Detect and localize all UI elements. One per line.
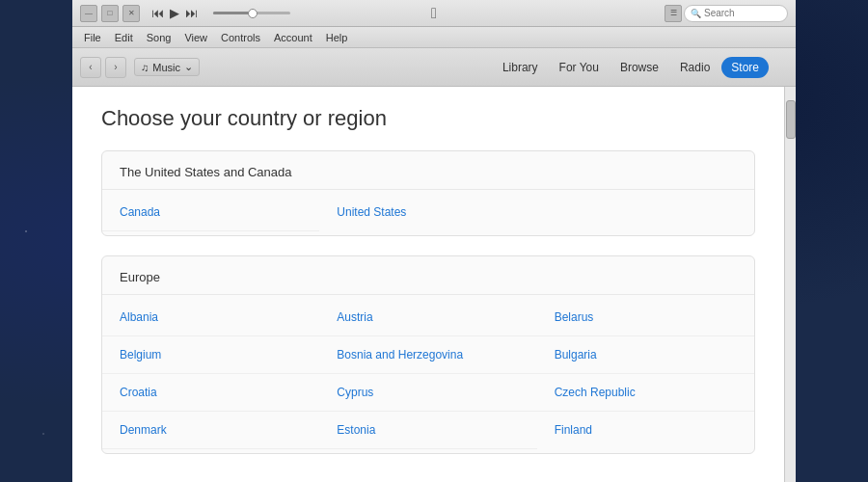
country-croatia[interactable]: Croatia bbox=[102, 374, 319, 412]
country-canada[interactable]: Canada bbox=[102, 194, 319, 231]
fast-forward-button[interactable]: ⏭ bbox=[183, 6, 200, 20]
region-us-canada-header: The United States and Canada bbox=[102, 151, 754, 190]
region-europe-header: Europe bbox=[102, 256, 754, 295]
scrollbar-thumb[interactable] bbox=[786, 100, 796, 139]
minimize-button[interactable]: — bbox=[80, 5, 97, 22]
country-austria[interactable]: Austria bbox=[319, 299, 536, 336]
tab-radio[interactable]: Radio bbox=[670, 57, 719, 78]
rewind-button[interactable]: ⏮ bbox=[149, 6, 166, 20]
main-content: Choose your country or region The United… bbox=[72, 87, 784, 482]
menu-help[interactable]: Help bbox=[320, 30, 354, 45]
europe-grid: Albania Austria Belarus Belgium Bosnia a… bbox=[102, 295, 754, 453]
list-view-button[interactable]: ☰ bbox=[665, 5, 682, 22]
source-label: Music bbox=[152, 62, 180, 73]
title-bar: — □ ✕ ⏮ ▶ ⏭  ☰ 🔍 bbox=[72, 0, 796, 27]
content-wrapper: Choose your country or region The United… bbox=[72, 87, 796, 482]
progress-thumb bbox=[248, 9, 258, 18]
country-estonia[interactable]: Estonia bbox=[319, 412, 536, 449]
tab-library[interactable]: Library bbox=[493, 57, 548, 78]
country-albania[interactable]: Albania bbox=[102, 299, 319, 336]
forward-button[interactable]: › bbox=[105, 57, 126, 78]
search-input[interactable] bbox=[704, 8, 781, 18]
nav-tabs: Library For You Browse Radio Store bbox=[493, 57, 769, 78]
country-bosnia[interactable]: Bosnia and Herzegovina bbox=[319, 336, 536, 374]
menu-song[interactable]: Song bbox=[141, 30, 177, 45]
menu-account[interactable]: Account bbox=[268, 30, 318, 45]
page-title: Choose your country or region bbox=[101, 106, 755, 131]
country-belgium[interactable]: Belgium bbox=[102, 336, 319, 374]
menu-edit[interactable]: Edit bbox=[109, 30, 139, 45]
tab-for-you[interactable]: For You bbox=[550, 57, 609, 78]
region-europe: Europe Albania Austria Belarus Belgium B… bbox=[101, 255, 755, 454]
search-icon: 🔍 bbox=[691, 9, 701, 18]
apple-logo-icon:  bbox=[431, 5, 437, 22]
search-box[interactable]: 🔍 bbox=[684, 5, 788, 22]
window-right-controls: ☰ 🔍 bbox=[665, 5, 788, 22]
tab-store[interactable]: Store bbox=[721, 57, 769, 78]
scrollbar-track bbox=[784, 87, 796, 482]
menu-controls[interactable]: Controls bbox=[215, 30, 266, 45]
country-cyprus[interactable]: Cyprus bbox=[319, 374, 536, 412]
play-button[interactable]: ▶ bbox=[168, 6, 181, 20]
close-button[interactable]: ✕ bbox=[122, 5, 140, 22]
progress-bar[interactable] bbox=[213, 12, 290, 14]
us-canada-grid: Canada United States bbox=[102, 190, 754, 235]
country-belarus[interactable]: Belarus bbox=[537, 299, 754, 336]
country-united-states[interactable]: United States bbox=[319, 194, 536, 231]
country-denmark[interactable]: Denmark bbox=[102, 412, 319, 449]
menu-file[interactable]: File bbox=[78, 30, 107, 45]
back-button[interactable]: ‹ bbox=[80, 57, 101, 78]
toolbar: ‹ › ♫ Music ⌄ Library For You Browse Rad… bbox=[72, 48, 796, 87]
country-czech-republic[interactable]: Czech Republic bbox=[537, 374, 754, 412]
window-controls: — □ ✕ bbox=[80, 5, 140, 22]
country-finland[interactable]: Finland bbox=[537, 412, 754, 449]
music-note-icon: ♫ bbox=[141, 62, 149, 73]
tab-browse[interactable]: Browse bbox=[610, 57, 668, 78]
menu-bar: File Edit Song View Controls Account Hel… bbox=[72, 27, 796, 48]
dropdown-arrow-icon: ⌄ bbox=[184, 61, 193, 73]
maximize-button[interactable]: □ bbox=[101, 5, 119, 22]
region-us-canada: The United States and Canada Canada Unit… bbox=[101, 150, 755, 236]
playback-controls: ⏮ ▶ ⏭ bbox=[149, 6, 200, 20]
country-bulgaria[interactable]: Bulgaria bbox=[537, 336, 754, 374]
itunes-window: — □ ✕ ⏮ ▶ ⏭  ☰ 🔍 File Edit Song bbox=[72, 0, 796, 482]
menu-view[interactable]: View bbox=[178, 30, 213, 45]
source-dropdown[interactable]: ♫ Music ⌄ bbox=[134, 58, 200, 76]
progress-fill bbox=[213, 12, 252, 14]
